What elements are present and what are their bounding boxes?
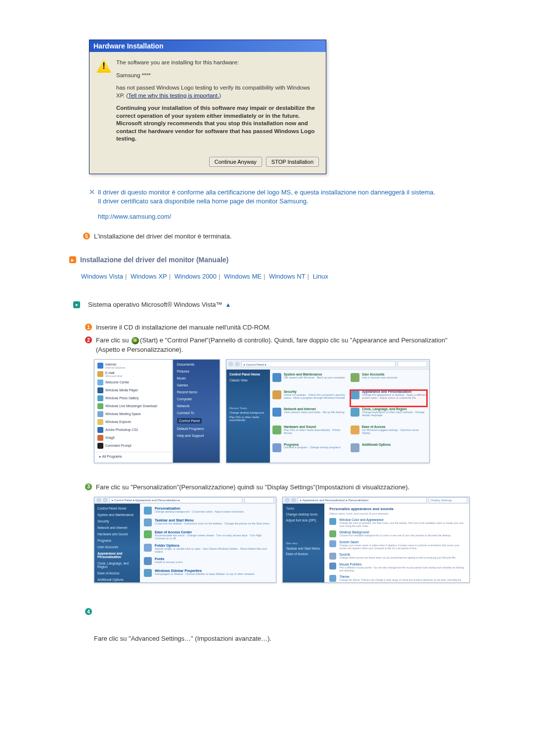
pers-side-link[interactable]: Network and Internet — [97, 526, 137, 529]
start-menu-item[interactable]: E-mailMicrosoft Mail — [94, 370, 172, 378]
nav-forward-icon — [103, 498, 108, 503]
all-programs[interactable]: ▸ All Programs — [94, 452, 172, 461]
personalization-item[interactable]: Window Color and AppearanceChange the co… — [329, 518, 464, 527]
start-menu-item[interactable]: Windows Live Messenger Download — [94, 402, 172, 410]
start-menu-right-item[interactable]: Control Panel — [177, 418, 216, 424]
recent-task[interactable]: Play CDs or other media automatically — [229, 416, 267, 422]
os-link-xp[interactable]: Windows XP — [131, 273, 167, 280]
os-link-vista[interactable]: Windows Vista — [81, 273, 123, 280]
app-icon — [97, 435, 103, 441]
address-bar: ▸ Control Panel ▸ Appearance and Persona… — [109, 497, 242, 503]
advanced-settings-text: Fare clic su "Advanced Settings…" (Impos… — [94, 635, 470, 642]
pers-side-link[interactable]: Ease of Access — [97, 571, 137, 575]
section-arrow-icon: ▸ — [69, 256, 76, 263]
persd-side-link[interactable]: Change desktop icons — [286, 513, 321, 516]
step-5-text: L'installazione del driver del monitor è… — [94, 232, 232, 241]
start-menu-item[interactable]: Windows Photo Gallery — [94, 394, 172, 402]
start-menu-right-item[interactable]: Default Programs — [177, 427, 216, 430]
start-menu-right-item[interactable]: Connect To — [177, 411, 216, 415]
start-menu-item[interactable]: Adobe Photoshop CS2 — [94, 426, 172, 434]
cp-category[interactable]: Ease of AccessLet Windows suggest settin… — [350, 425, 427, 442]
start-menu-item[interactable]: InternetInternet Explorer — [94, 362, 172, 370]
item-icon — [329, 563, 336, 569]
start-search-input[interactable]: Start Search — [98, 463, 168, 463]
app-icon — [97, 371, 103, 377]
os-link-me[interactable]: Windows ME — [224, 273, 262, 280]
start-menu-right-item[interactable]: Recent Items — [177, 390, 216, 394]
os-link-nt[interactable]: Windows NT — [269, 273, 306, 280]
recent-task[interactable]: Change desktop background — [229, 411, 267, 414]
stop-installation-button[interactable]: STOP Installation — [266, 157, 319, 167]
item-icon — [144, 507, 152, 515]
start-menu-right-item[interactable]: Games — [177, 383, 216, 387]
appearance-item[interactable]: Folder OptionsSpecify single- or double-… — [144, 544, 272, 553]
item-icon — [329, 518, 336, 525]
cp-category[interactable]: User AccountsAdd or remove user accounts — [350, 373, 427, 389]
personalization-item[interactable]: Screen SaverChange your screen saver or … — [329, 540, 464, 550]
pers-side-link[interactable]: Security — [97, 520, 137, 523]
see-also-link[interactable]: Taskbar and Start Menu — [286, 547, 321, 550]
start-menu-right-item[interactable]: Music — [177, 377, 216, 380]
category-icon — [272, 390, 281, 399]
pers-side-link[interactable]: Clock, Language, and Region — [97, 562, 137, 568]
start-menu-item[interactable]: Windows Media Player — [94, 386, 172, 394]
pers-side-link[interactable]: Appearance and Personalization — [97, 552, 137, 559]
screenshot-personalization: ▸ Appearance and Personalization ▸ Perso… — [282, 497, 470, 583]
cp-category[interactable]: Additional Options — [350, 443, 427, 460]
cp-category[interactable]: SecurityCheck for updates · Check this c… — [272, 390, 349, 407]
cp-category[interactable]: Hardware and SoundPlay CDs or other medi… — [272, 425, 349, 442]
app-icon — [97, 387, 103, 393]
category-icon — [272, 425, 281, 434]
start-menu-right-item[interactable]: Documents — [177, 363, 216, 366]
cp-category[interactable]: Network and InternetView network status … — [272, 407, 349, 425]
personalization-item[interactable]: Desktop BackgroundChoose from available … — [329, 530, 464, 537]
item-icon — [144, 519, 152, 526]
start-menu-right-item[interactable]: Computer — [177, 397, 216, 401]
substep-2-text: Fare clic su (Start) e "Control Panel"(P… — [96, 336, 470, 354]
pers-side-link[interactable]: System and Maintenance — [97, 513, 137, 517]
back-to-top-icon[interactable]: ▲ — [225, 301, 231, 308]
start-menu-item[interactable]: Windows Explorer — [94, 418, 172, 426]
continue-anyway-button[interactable]: Continue Anyway — [209, 157, 262, 167]
appearance-item[interactable]: Windows Sidebar PropertiesAdd gadgets to… — [144, 569, 272, 577]
start-menu-right-item[interactable]: Network — [177, 404, 216, 408]
cp-category[interactable]: System and MaintenanceGet started with W… — [272, 373, 349, 389]
appearance-item[interactable]: PersonalizationChange desktop background… — [144, 507, 272, 515]
persd-side-link[interactable]: Adjust font size (DPI) — [286, 519, 321, 522]
cp-category[interactable]: Appearance and PersonalizationChange the… — [350, 390, 427, 407]
start-menu-right-item[interactable]: Pictures — [177, 370, 216, 373]
cp-category[interactable]: ProgramsUninstall a program · Change sta… — [272, 443, 349, 460]
personalization-heading: Personalize appearance and sounds — [329, 507, 464, 511]
cp-side-link[interactable]: Control Panel Home — [229, 373, 267, 376]
tell-me-why-link[interactable]: Tell me why this testing is important. — [128, 93, 219, 98]
category-icon — [272, 408, 281, 417]
start-menu-item[interactable]: Command Prompt — [94, 442, 172, 450]
appearance-item[interactable]: FontsInstall or remove a font — [144, 557, 272, 565]
samsung-url-link[interactable]: http://www.samsung.com/ — [98, 213, 470, 220]
appearance-item[interactable]: Taskbar and Start MenuCustomize the task… — [144, 519, 272, 526]
substep-3-text: Fare clic su "Personalization"(Personali… — [96, 483, 470, 492]
see-also-link[interactable]: Ease of Access — [286, 552, 321, 556]
personalization-item[interactable]: Mouse PointersPick a different mouse poi… — [329, 563, 464, 572]
start-menu-item[interactable]: Windows Meeting Space — [94, 410, 172, 418]
appearance-item[interactable]: Ease of Access CenterAccommodate low vis… — [144, 530, 272, 540]
pers-side-link[interactable]: Programs — [97, 539, 137, 542]
item-icon — [329, 530, 336, 537]
start-menu-item[interactable]: SnagIt — [94, 434, 172, 442]
pers-side-link[interactable]: Control Panel Home — [97, 507, 137, 510]
personalization-item[interactable]: ThemeChange the theme. Themes can change… — [329, 575, 464, 583]
dialog-device: Samsung **** — [116, 72, 319, 80]
start-menu-right-item[interactable]: Help and Support — [177, 434, 216, 437]
personalization-item[interactable]: SoundsChange which sounds are heard when… — [329, 553, 464, 560]
os-link-2000[interactable]: Windows 2000 — [175, 273, 217, 280]
pers-side-link[interactable]: Additional Options — [97, 578, 137, 581]
address-bar: ▸ Appearance and Personalization ▸ Perso… — [298, 497, 427, 503]
section-title: Installazione del driver del monitor (Ma… — [80, 256, 228, 264]
os-link-linux[interactable]: Linux — [313, 273, 328, 280]
category-icon — [351, 443, 359, 452]
pers-side-link[interactable]: User Accounts — [97, 545, 137, 549]
cp-side-link[interactable]: Classic View — [229, 378, 267, 382]
pers-side-link[interactable]: Hardware and Sound — [97, 532, 137, 536]
start-menu-item[interactable]: Welcome Center — [94, 378, 172, 386]
cp-category[interactable]: Clock, Language, and RegionChange keyboa… — [350, 407, 427, 425]
